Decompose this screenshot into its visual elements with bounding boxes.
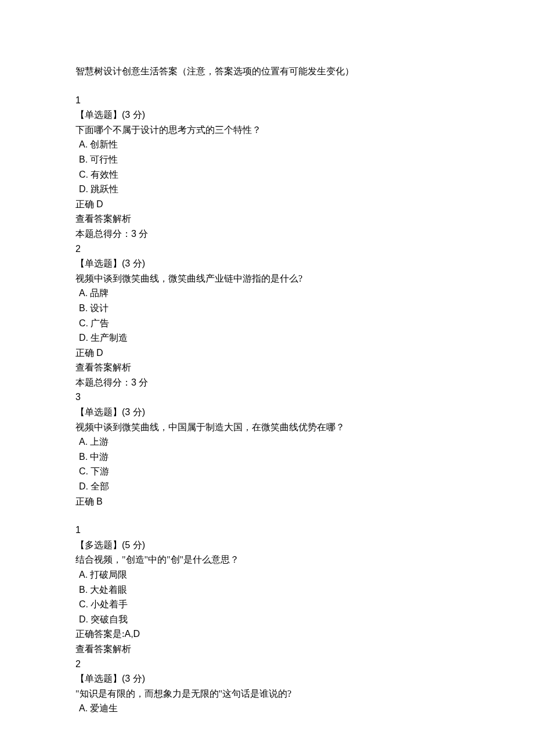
correct-answer: D: [96, 199, 103, 209]
option-text: 可行性: [90, 154, 118, 164]
question-number: 2: [75, 244, 81, 254]
question-number: 1: [75, 95, 81, 105]
option-letter: C.: [79, 318, 88, 328]
option-letter: D.: [79, 333, 88, 343]
option-text: 设计: [90, 303, 109, 313]
question-points: (3 分): [122, 110, 145, 120]
option-text: 打破局限: [90, 570, 127, 579]
option-text: 创新性: [90, 139, 118, 149]
total-score: 3 分: [131, 229, 148, 239]
question-type: 【单选题】: [75, 258, 122, 268]
question-points: (3 分): [122, 674, 145, 683]
question-number: 1: [75, 525, 81, 535]
total-score-label: 本题总得分：: [75, 229, 131, 239]
correct-prefix: 正确: [75, 348, 96, 358]
view-explanation: 查看答案解析: [75, 360, 459, 375]
option-text: 下游: [91, 466, 109, 476]
option-text: 大处着眼: [90, 585, 127, 595]
option-text: 全部: [91, 481, 109, 491]
option-text: 爱迪生: [90, 703, 118, 713]
question-points: (3 分): [122, 258, 145, 268]
question-type: 【单选题】: [75, 110, 122, 120]
question-type: 【单选题】: [75, 407, 122, 417]
correct-answer: D: [96, 348, 103, 358]
option-text: 生产制造: [91, 333, 128, 343]
correct-prefix: 正确: [75, 199, 96, 209]
correct-answer: A,D: [124, 629, 140, 639]
option-letter: B.: [79, 303, 88, 313]
option-letter: C.: [79, 170, 88, 179]
option-letter: B.: [79, 452, 88, 462]
option-text: 有效性: [91, 170, 118, 179]
option-letter: D.: [79, 184, 88, 194]
total-score-label: 本题总得分：: [75, 377, 131, 387]
question-type: 【单选题】: [75, 674, 122, 683]
correct-prefix: 正确: [75, 496, 96, 506]
option-letter: A.: [79, 139, 88, 149]
question-type: 【多选题】: [75, 540, 122, 550]
correct-answer: B: [96, 496, 103, 506]
total-score: 3 分: [131, 377, 148, 387]
question-number: 2: [75, 659, 81, 669]
question-points: (5 分): [122, 540, 145, 550]
option-letter: A.: [79, 570, 88, 579]
question-text: 下面哪个不属于设计的思考方式的三个特性？: [75, 123, 459, 138]
option-text: 跳跃性: [91, 184, 118, 194]
question-text: "知识是有限的，而想象力是无限的"这句话是谁说的?: [75, 686, 459, 701]
option-text: 广告: [91, 318, 109, 328]
option-letter: C.: [79, 599, 88, 609]
document-title: 智慧树设计创意生活答案（注意，答案选项的位置有可能发生变化）: [75, 64, 459, 79]
question-text: 结合视频，"创造"中的"创"是什么意思？: [75, 552, 459, 567]
option-letter: D.: [79, 481, 88, 491]
option-letter: B.: [79, 585, 88, 595]
option-text: 品牌: [90, 288, 109, 298]
view-explanation: 查看答案解析: [75, 642, 459, 657]
option-letter: A.: [79, 437, 88, 447]
option-text: 上游: [90, 437, 109, 447]
question-number: 3: [75, 392, 81, 402]
option-letter: B.: [79, 154, 88, 164]
option-text: 小处着手: [91, 599, 128, 609]
option-text: 突破自我: [91, 614, 128, 624]
view-explanation: 查看答案解析: [75, 211, 459, 226]
option-letter: A.: [79, 288, 88, 298]
option-text: 中游: [90, 452, 109, 462]
option-letter: D.: [79, 614, 88, 624]
question-points: (3 分): [122, 407, 145, 417]
question-text: 视频中谈到微笑曲线，微笑曲线产业链中游指的是什么?: [75, 271, 459, 286]
correct-label: 正确答案是:: [75, 629, 124, 639]
option-letter: C.: [79, 466, 88, 476]
option-letter: A.: [79, 703, 88, 713]
question-text: 视频中谈到微笑曲线，中国属于制造大国，在微笑曲线优势在哪？: [75, 420, 459, 435]
